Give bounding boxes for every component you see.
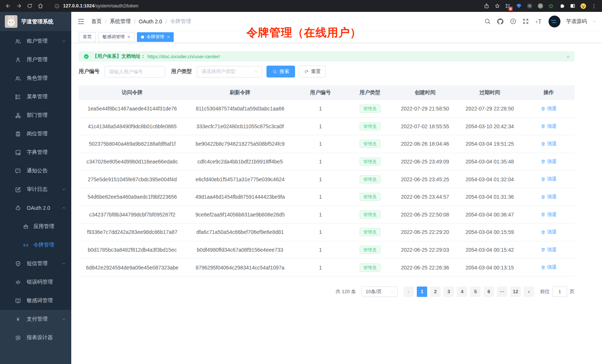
page-size-value: 10条/页 (366, 288, 382, 295)
tab-令牌管理[interactable]: 令牌管理× (137, 32, 174, 42)
page-button-6[interactable]: 6 (484, 287, 494, 297)
sidebar-item-menu[interactable]: 菜单管理 (0, 87, 71, 106)
browser-home-button[interactable] (35, 1, 45, 11)
page-button-4[interactable]: 4 (457, 287, 467, 297)
tab-首页[interactable]: 首页 (79, 32, 96, 42)
force-logout-button[interactable]: 强退 (541, 211, 557, 218)
side-panel-icon[interactable] (567, 1, 578, 11)
user-avatar[interactable] (549, 16, 560, 27)
expire-time-cell: 2054-03-04 01:31:36 (457, 194, 523, 200)
prev-page-button[interactable]: ‹ (403, 287, 414, 297)
delete-icon (541, 177, 546, 182)
goto-page-input[interactable] (552, 287, 567, 297)
browser-menu-icon[interactable] (589, 1, 599, 11)
force-logout-button[interactable]: 强退 (541, 158, 557, 165)
sidebar-item-role[interactable]: 角色管理 (0, 69, 71, 87)
force-logout-button[interactable]: 强退 (541, 140, 557, 147)
fullscreen-icon[interactable] (522, 18, 529, 25)
reset-button[interactable]: 重置 (299, 66, 326, 77)
delete-icon (541, 265, 546, 270)
user-id-cell: 1 (294, 265, 346, 271)
bookmark-star-button[interactable] (492, 1, 502, 11)
sidebar-item-audit[interactable]: 审计日志 (0, 180, 71, 199)
sidebar-item-oauth2-app[interactable]: 应用管理 (0, 217, 71, 236)
extension-star-icon[interactable] (546, 1, 556, 11)
action-cell: 强退 (523, 264, 575, 271)
profile-avatar-icon[interactable] (578, 1, 588, 11)
browser-reload-button[interactable] (24, 1, 35, 11)
page-button-12[interactable]: 12 (510, 287, 521, 297)
share-button[interactable] (481, 1, 491, 11)
close-tab-icon[interactable]: × (127, 34, 130, 39)
url-host: 127.0.0.1:1024 (63, 3, 94, 9)
search-button[interactable]: 搜索 (266, 66, 295, 77)
active-tab-dot-icon (141, 36, 144, 39)
site-info-icon[interactable] (54, 3, 60, 9)
chevron-up-icon (62, 206, 66, 210)
breadcrumb-item[interactable]: 首页 (91, 18, 102, 25)
extension-grid-icon[interactable]: 9 (503, 1, 513, 11)
table-row: f9336e7c7dd242a283ee98dc86b17a87dfa6c71a… (79, 224, 575, 241)
sidebar-item-oauth2[interactable]: OAuth 2.0 (0, 199, 71, 217)
sidebar-item-dict[interactable]: 字典管理 (0, 143, 71, 162)
code-icon (15, 279, 21, 285)
force-logout-button[interactable]: 强退 (541, 105, 557, 112)
user-type-select[interactable]: 请选择用户类型 (197, 66, 262, 77)
breadcrumb-item[interactable]: OAuth 2.0 (139, 19, 162, 24)
sidebar-item-user[interactable]: 用户管理 (0, 50, 71, 69)
extension-command-icon[interactable]: ⌘ (524, 1, 534, 11)
alert-close-icon[interactable]: × (566, 53, 570, 60)
font-size-icon[interactable] (535, 17, 543, 26)
access-token-cell: 41c41346a548490f9dc8b01c6bfe0865 (79, 123, 186, 129)
doc-link[interactable]: https://doc.iocoder.cn/user-center/ (147, 54, 220, 59)
sidebar-item-errcode[interactable]: 错误码管理 (0, 273, 71, 291)
sidebar-item-report[interactable]: 报表设计器 (0, 328, 71, 347)
sidebar-item-tenant[interactable]: 租户管理 (0, 32, 71, 50)
breadcrumb-item[interactable]: 系统管理 (110, 18, 131, 25)
user-id-input[interactable] (104, 66, 165, 77)
sidebar-item-dept[interactable]: 部门管理 (0, 106, 71, 125)
user-menu-caret-icon[interactable] (592, 19, 596, 23)
force-logout-button[interactable]: 强退 (541, 229, 557, 235)
user-icon (15, 57, 21, 63)
collapse-sidebar-icon[interactable] (77, 17, 85, 26)
force-logout-button[interactable]: 强退 (541, 176, 557, 182)
browser-back-button[interactable] (3, 1, 13, 11)
force-logout-button[interactable]: 强退 (541, 264, 557, 271)
search-icon[interactable] (484, 18, 491, 25)
close-tab-icon[interactable]: × (167, 34, 170, 39)
user-id-cell: 1 (294, 106, 346, 112)
help-icon[interactable] (510, 18, 517, 25)
user-name[interactable]: 芋道源码 (566, 18, 587, 25)
extensions-puzzle-icon[interactable] (557, 1, 567, 11)
force-logout-button[interactable]: 强退 (541, 246, 557, 253)
page-button-5[interactable]: 5 (470, 287, 481, 297)
more-pages-button[interactable]: ··· (497, 287, 507, 297)
sidebar-item-pay[interactable]: 支付管理 (0, 310, 71, 328)
sidebar-item-notice[interactable]: 通知公告 (0, 162, 71, 180)
next-page-button[interactable]: › (524, 287, 534, 297)
sidebar-item-sms[interactable]: 短信管理 (0, 254, 71, 273)
force-logout-button[interactable]: 强退 (541, 123, 557, 130)
github-icon[interactable] (497, 18, 504, 25)
chevron-down-icon (62, 317, 66, 321)
access-token-cell: c342377bf8b344799dcbf7bf095287f2 (79, 212, 186, 218)
user-id-cell: 1 (294, 123, 346, 129)
sidebar-item-oauth2-token[interactable]: 令牌管理 (0, 236, 71, 254)
page-button-1[interactable]: 1 (417, 287, 427, 297)
access-token-cell: c347026e805e4d99b0d116eae66eda8c (79, 159, 186, 165)
sidebar-item-post[interactable]: 岗位管理 (0, 125, 71, 143)
page-button-2[interactable]: 2 (430, 287, 441, 297)
extension-recorder-icon[interactable] (535, 1, 545, 11)
page-button-3[interactable]: 3 (444, 287, 454, 297)
browser-forward-button[interactable] (14, 1, 24, 11)
sidebar-item-sensitive[interactable]: 敏感词管理 (0, 291, 71, 310)
tab-敏感词管理[interactable]: 敏感词管理× (98, 32, 134, 42)
user-type-badge: 管理员 (360, 122, 380, 130)
action-cell: 强退 (523, 140, 575, 148)
refresh-token-cell: 49d1aa46d1454fbd87591444423be9fa (186, 194, 295, 200)
extension-gem-icon[interactable] (514, 1, 524, 11)
address-bar[interactable]: 127.0.0.1:1024/system/oauth2/token (50, 1, 477, 11)
page-size-select[interactable]: 10条/页 (361, 287, 397, 297)
force-logout-button[interactable]: 强退 (541, 193, 557, 200)
